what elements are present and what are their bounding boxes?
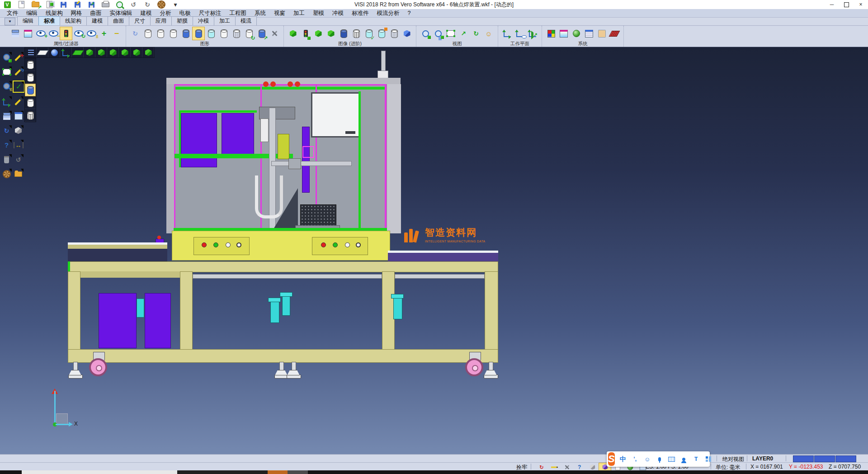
menu-item-网格[interactable]: 网格	[67, 9, 86, 17]
help-icon[interactable]: ?	[1, 139, 12, 151]
refresh-views-icon[interactable]	[312, 27, 325, 40]
hidden-line-cylinder-icon[interactable]	[154, 27, 167, 40]
striped-view-icon[interactable]	[350, 27, 363, 40]
ime-punct-icon[interactable]: ’,	[631, 455, 639, 463]
filter-add-icon[interactable]	[34, 27, 47, 40]
hide-all-icon[interactable]: −	[110, 27, 123, 40]
tab-线架构[interactable]: 线架构	[60, 16, 87, 25]
menu-item-尺寸标注[interactable]: 尺寸标注	[195, 9, 226, 17]
toolbars-icon[interactable]	[583, 27, 595, 40]
maximize-button[interactable]	[839, 0, 854, 9]
validate-view-icon[interactable]	[363, 27, 375, 40]
filter-remove-icon[interactable]	[47, 27, 60, 40]
workplane-view-icon[interactable]	[514, 27, 526, 40]
coordinate-field-z[interactable]	[835, 455, 856, 462]
flat-cylinder-icon[interactable]	[217, 27, 230, 40]
visibility-toggle-icon[interactable]	[85, 27, 98, 40]
solid-view-icon[interactable]	[337, 27, 350, 40]
zoom-frame-icon[interactable]	[444, 27, 457, 40]
navigation-cube-icon[interactable]	[401, 27, 413, 40]
workplane-create-icon[interactable]	[501, 27, 514, 40]
menu-item-塑模[interactable]: 塑模	[309, 9, 328, 17]
selection-filter-icon[interactable]	[60, 27, 72, 40]
workplane-align-icon[interactable]	[526, 27, 539, 40]
refresh-view-icon[interactable]: ↻	[1, 125, 12, 136]
measure-width-icon[interactable]: ↔	[13, 139, 24, 151]
menu-item-实体编辑[interactable]: 实体编辑	[106, 9, 137, 17]
tab-模流[interactable]: 模流	[235, 16, 257, 25]
regen-cylinder-icon[interactable]	[243, 27, 255, 40]
freehand-draw-icon[interactable]	[13, 96, 24, 107]
zoom-select-icon[interactable]	[1, 52, 12, 63]
menu-item-文件[interactable]: 文件	[3, 9, 22, 17]
menu-item-标准件[interactable]: 标准件	[348, 9, 373, 17]
wire-view-icon[interactable]	[388, 27, 401, 40]
copy-attributes-icon[interactable]	[22, 27, 34, 40]
tab-加工[interactable]: 加工	[214, 16, 236, 25]
menu-item-?[interactable]: ?	[404, 10, 415, 16]
tab-标准[interactable]: 标准	[38, 16, 60, 25]
view-display-icon[interactable]: ☺	[482, 27, 495, 40]
close-button[interactable]: ×	[854, 0, 868, 9]
shaded-edges-cylinder-icon[interactable]	[192, 27, 205, 40]
filter-reset-icon[interactable]	[72, 27, 85, 40]
menu-item-电极[interactable]: 电极	[175, 9, 195, 17]
tab-编辑[interactable]: 编辑	[17, 16, 39, 25]
zoom-window-icon[interactable]	[432, 27, 444, 40]
translucent-cylinder-icon[interactable]	[205, 27, 217, 40]
tab-曲面[interactable]: 曲面	[108, 16, 129, 25]
ime-user-icon[interactable]	[680, 455, 688, 463]
dashed-cylinder-icon[interactable]	[167, 27, 179, 40]
menu-item-线架构[interactable]: 线架构	[42, 9, 67, 17]
folder-paste-icon[interactable]	[13, 168, 24, 180]
zoom-all-icon[interactable]	[419, 27, 432, 40]
display-settings-icon[interactable]	[557, 27, 570, 40]
update-cylinder-icon[interactable]	[255, 27, 268, 40]
color-palette-icon[interactable]	[545, 27, 557, 40]
settings-wheel-icon[interactable]	[1, 168, 12, 180]
ucs-move-icon[interactable]	[1, 96, 12, 107]
layer-colors-icon[interactable]	[1, 110, 12, 122]
menu-item-加工[interactable]: 加工	[289, 9, 309, 17]
ime-lang-icon[interactable]: 中	[619, 455, 627, 463]
ime-keyboard-icon[interactable]	[668, 455, 676, 463]
rotate-view-icon[interactable]: ↻	[470, 27, 482, 40]
minimize-button[interactable]: ─	[825, 0, 839, 9]
tab-应用[interactable]: 应用	[150, 16, 172, 25]
grid-window-icon[interactable]	[13, 110, 24, 122]
grid-settings-icon[interactable]	[608, 27, 621, 40]
system-options-icon[interactable]	[570, 27, 583, 40]
layer-status[interactable]: LAYER0	[752, 455, 773, 462]
spline-draw-icon[interactable]	[13, 66, 24, 77]
mesh-cylinder-icon[interactable]	[230, 27, 243, 40]
view-plusminus-icon[interactable]	[325, 27, 337, 40]
menu-item-视窗[interactable]: 视窗	[270, 9, 289, 17]
flag-view-icon[interactable]	[375, 27, 388, 40]
delete-trash-icon[interactable]	[1, 154, 12, 165]
refresh-graphics-icon[interactable]: ↻	[129, 27, 142, 40]
menu-item-工程图[interactable]: 工程图	[226, 9, 251, 17]
select-options-icon[interactable]	[595, 27, 608, 40]
ime-emoji-icon[interactable]: ☺	[643, 455, 651, 463]
undo-step-icon[interactable]: ↺	[13, 154, 24, 165]
tab-塑膜[interactable]: 塑膜	[171, 16, 193, 25]
ime-mic-icon[interactable]	[656, 455, 664, 463]
attributes-icon[interactable]	[9, 27, 22, 40]
menu-item-模流分析[interactable]: 模流分析	[373, 9, 404, 17]
view-filter-icon[interactable]	[299, 27, 312, 40]
tab-冲模[interactable]: 冲模	[193, 16, 214, 25]
add-view-icon[interactable]	[287, 27, 299, 40]
ime-toolbox-icon[interactable]	[704, 455, 712, 463]
coordinate-field-x[interactable]	[793, 455, 814, 462]
coordinate-field-y[interactable]	[814, 455, 835, 462]
show-all-icon[interactable]: +	[98, 27, 110, 40]
viewport-canvas[interactable]: 智造资料网 INTELLIGENT MANUFACTURING DATA X	[24, 47, 868, 454]
menu-item-系统[interactable]: 系统	[250, 9, 270, 17]
menu-item-分析[interactable]: 分析	[156, 9, 175, 17]
menu-item-编辑[interactable]: 编辑	[22, 9, 42, 17]
confirm-check-icon[interactable]: ✓	[13, 81, 25, 93]
sogou-logo-icon[interactable]: S	[608, 452, 615, 466]
menu-item-曲面[interactable]: 曲面	[86, 9, 106, 17]
shaded-cylinder-icon[interactable]	[179, 27, 192, 40]
solid-cube-icon[interactable]	[13, 125, 24, 136]
